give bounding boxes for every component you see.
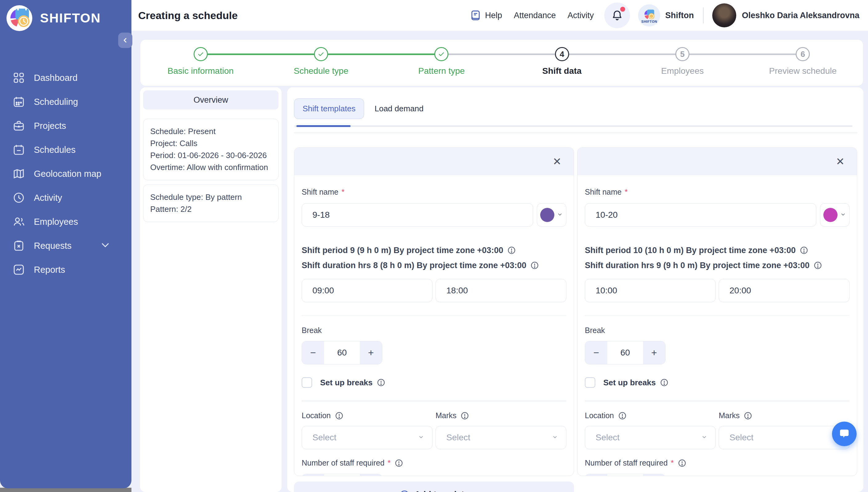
chevron-left-icon xyxy=(122,37,128,44)
step-label: Shift data xyxy=(542,66,582,76)
step-label: Preview schedule xyxy=(769,66,837,76)
chat-bubble-icon xyxy=(838,427,851,440)
info-icon[interactable] xyxy=(799,246,808,255)
overview-line: Period: 01-06-2026 - 30-06-2026 xyxy=(150,150,272,161)
close-icon[interactable]: ✕ xyxy=(836,156,845,167)
increment-button[interactable]: + xyxy=(643,474,665,476)
decrement-button[interactable]: − xyxy=(302,474,324,476)
info-icon[interactable] xyxy=(813,261,822,270)
info-icon[interactable] xyxy=(334,411,344,420)
tab-load-demand[interactable]: Load demand xyxy=(372,99,427,119)
notification-dot xyxy=(620,7,625,12)
chevron-down-icon xyxy=(701,434,707,441)
shift-color-picker[interactable] xyxy=(537,203,566,227)
tabs: Shift templates Load demand xyxy=(294,98,857,119)
shift-end-time-input[interactable]: 18:00 xyxy=(436,279,566,302)
required-asterisk: * xyxy=(388,459,391,467)
info-icon[interactable] xyxy=(743,411,753,420)
marks-select[interactable]: Select xyxy=(436,426,566,449)
info-icon[interactable] xyxy=(618,411,627,420)
location-select[interactable]: Select xyxy=(585,426,715,449)
decrement-button[interactable]: − xyxy=(585,474,607,476)
chevron-down-icon xyxy=(99,238,120,253)
info-icon[interactable] xyxy=(678,459,687,468)
shift-period-text: Shift period 10 (10 h 0 m) By project ti… xyxy=(585,246,796,255)
activity-link[interactable]: Activity xyxy=(568,11,594,20)
info-icon[interactable] xyxy=(376,378,386,387)
shift-period-text: Shift period 9 (9 h 0 m) By project time… xyxy=(302,246,503,255)
info-icon[interactable] xyxy=(394,459,403,468)
sidebar-item-geolocation-map[interactable]: Geolocation map xyxy=(0,162,132,186)
info-icon[interactable] xyxy=(660,378,669,387)
decrement-button[interactable]: − xyxy=(585,341,607,364)
step-shift-data[interactable]: 4 Shift data xyxy=(502,47,622,86)
page-title: Creating a schedule xyxy=(138,9,238,22)
set-up-breaks-checkbox[interactable] xyxy=(585,377,595,388)
shift-name-input[interactable]: 9-18 xyxy=(302,203,533,227)
step-preview-schedule[interactable]: 6 Preview schedule xyxy=(743,47,863,86)
step-employees[interactable]: 5 Employees xyxy=(622,47,743,86)
shift-start-time-input[interactable]: 10:00 xyxy=(585,279,715,302)
shift-period-row: Shift period 10 (10 h 0 m) By project ti… xyxy=(585,246,849,255)
help-link[interactable]: Help xyxy=(470,9,502,21)
sidebar-item-projects[interactable]: Projects xyxy=(0,114,132,138)
sidebar-collapse-button[interactable] xyxy=(118,32,132,48)
clipboard-x-icon xyxy=(12,239,25,252)
staff-required-label-row: Number of staff required * xyxy=(302,459,566,468)
increment-button[interactable]: + xyxy=(643,341,665,364)
sidebar-item-label: Projects xyxy=(34,121,66,131)
overview-header: Overview xyxy=(143,91,279,109)
break-minutes-value[interactable]: 60 xyxy=(607,341,643,364)
chat-widget-button[interactable] xyxy=(832,422,857,446)
overview-line: Schedule type: By pattern xyxy=(150,192,272,202)
sidebar-item-dashboard[interactable]: Dashboard xyxy=(0,66,132,90)
shift-name-input[interactable]: 10-20 xyxy=(585,203,816,227)
required-asterisk: * xyxy=(625,188,628,196)
notifications-button[interactable] xyxy=(604,2,630,28)
sidebar-item-employees[interactable]: Employees xyxy=(0,210,132,234)
sidebar-item-reports[interactable]: Reports xyxy=(0,258,132,282)
marks-label-row: Marks xyxy=(719,411,849,420)
increment-button[interactable]: + xyxy=(360,474,382,476)
sidebar-item-requests[interactable]: Requests xyxy=(0,234,132,258)
staff-required-value[interactable]: 1 xyxy=(607,474,643,476)
attendance-link[interactable]: Attendance xyxy=(514,11,556,20)
set-up-breaks-checkbox[interactable] xyxy=(302,377,312,388)
shift-name-label: Shift name xyxy=(302,188,338,196)
info-icon[interactable] xyxy=(460,411,469,420)
sidebar-item-activity[interactable]: Activity xyxy=(0,186,132,210)
break-minutes-value[interactable]: 60 xyxy=(324,341,360,364)
step-label: Basic information xyxy=(167,66,234,76)
clock-icon xyxy=(12,191,25,204)
step-pattern-type[interactable]: Pattern type xyxy=(381,47,502,86)
sidebar-item-scheduling[interactable]: Scheduling xyxy=(0,90,132,114)
location-label-row: Location xyxy=(585,411,715,420)
shift-start-time-input[interactable]: 09:00 xyxy=(302,279,432,302)
location-label: Location xyxy=(302,411,331,420)
sidebar-item-schedules[interactable]: Schedules xyxy=(0,138,132,162)
set-up-breaks-label: Set up breaks xyxy=(320,378,386,388)
close-icon[interactable]: ✕ xyxy=(553,156,562,167)
location-label-row: Location xyxy=(302,411,432,420)
info-icon[interactable] xyxy=(530,261,539,270)
staff-required-label-row: Number of staff required * xyxy=(585,459,849,468)
help-book-icon xyxy=(470,9,482,21)
staff-required-value[interactable]: 1 xyxy=(324,474,360,476)
marks-select[interactable]: Select xyxy=(719,426,849,449)
step-basic-information[interactable]: Basic information xyxy=(140,47,261,86)
shift-end-time-input[interactable]: 20:00 xyxy=(719,279,849,302)
user-menu[interactable]: Oleshko Daria Aleksandrovna xyxy=(712,3,860,27)
step-schedule-type[interactable]: Schedule type xyxy=(261,47,381,86)
increment-button[interactable]: + xyxy=(360,341,382,364)
add-template-label: Add template xyxy=(414,490,469,492)
step-number: 6 xyxy=(796,47,810,61)
set-up-breaks-label: Set up breaks xyxy=(603,378,669,388)
info-icon[interactable] xyxy=(507,246,516,255)
shift-color-picker[interactable] xyxy=(820,203,849,227)
location-select[interactable]: Select xyxy=(302,426,432,449)
decrement-button[interactable]: − xyxy=(302,341,324,364)
brand-row[interactable]: SHIFTON xyxy=(0,0,132,31)
tab-shift-templates[interactable]: Shift templates xyxy=(294,98,364,119)
company-switcher[interactable]: SHIFTON Shifton xyxy=(638,4,694,26)
add-template-button[interactable]: Add template xyxy=(294,482,574,492)
